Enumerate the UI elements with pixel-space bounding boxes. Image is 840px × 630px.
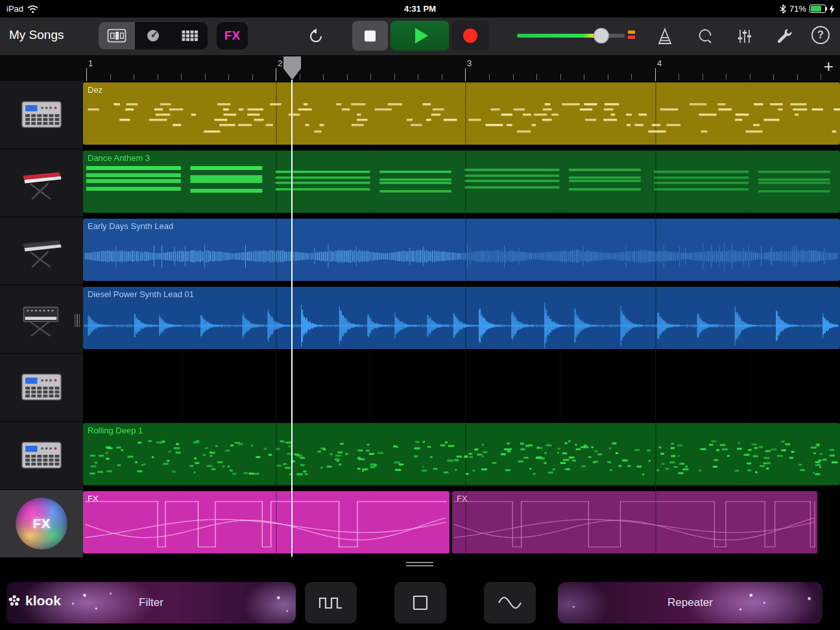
timeline-ruler[interactable]: 1 2 3 4 + (0, 55, 840, 81)
tracks-view-icon (107, 29, 126, 43)
grid-icon (180, 29, 199, 43)
track-header-drums-1[interactable] (0, 81, 83, 149)
track-lane: Rolling Deep 1 (83, 422, 840, 490)
region-label: Early Days Synth Lead (88, 221, 173, 231)
drum-machine-icon (18, 97, 65, 132)
fx-ball-label: FX (33, 516, 51, 531)
master-volume-knob[interactable] (594, 28, 609, 43)
bar-line (276, 68, 276, 81)
track-header-fx[interactable]: FX (0, 490, 83, 558)
help-button[interactable]: ? (811, 26, 830, 44)
knob-view-button[interactable] (135, 22, 171, 49)
track-drag-grip[interactable] (75, 314, 80, 327)
clock: 4:31 PM (0, 0, 840, 18)
region-dez[interactable]: Dez (83, 82, 840, 145)
add-bars-button[interactable]: + (824, 56, 834, 77)
level-meter (628, 30, 635, 42)
drum-machine-icon (18, 438, 65, 473)
wrench-icon (775, 27, 793, 45)
metronome-button[interactable] (654, 25, 676, 47)
square-icon (412, 594, 429, 611)
settings-button[interactable] (773, 25, 795, 47)
region-fx-1[interactable]: FX (83, 491, 450, 553)
track-header-synth[interactable] (0, 285, 83, 354)
my-songs-button[interactable]: My Songs (9, 28, 64, 42)
synth-icon (18, 302, 66, 337)
loop-icon (696, 27, 714, 45)
region-label: Dez (88, 85, 102, 95)
stop-button[interactable] (352, 21, 388, 51)
track-lane: Early Days Synth Lead (83, 217, 840, 285)
track-header-keys-dark[interactable] (0, 217, 83, 285)
track-lane: Dance Anthem 3 (83, 149, 840, 217)
sine-wave-button[interactable] (484, 582, 536, 624)
track-row: Early Days Synth Lead (0, 217, 840, 285)
region-notes-canvas (83, 423, 840, 485)
fx-button[interactable]: FX (217, 22, 248, 49)
panel-grab-handle[interactable] (406, 562, 433, 566)
record-icon (463, 29, 477, 43)
track-row: Dez (0, 81, 840, 149)
bar-number: 2 (278, 58, 282, 68)
bar-line (655, 68, 656, 81)
play-button[interactable] (390, 21, 449, 51)
watermark-flower-icon (8, 594, 21, 607)
bar-line (86, 68, 87, 81)
track-header-keys-red[interactable] (0, 149, 83, 217)
track-row: Dance Anthem 3 (0, 149, 840, 217)
bluetooth-icon (780, 5, 786, 14)
bar-number: 3 (467, 58, 472, 68)
region-label: FX (88, 494, 99, 503)
undo-icon (307, 27, 325, 45)
stop-icon (365, 30, 376, 42)
playhead-line[interactable] (291, 80, 293, 557)
drum-machine-icon (18, 370, 65, 405)
track-header-drums-2[interactable] (0, 354, 83, 422)
region-label: Diesel Power Synth Lead 01 (88, 289, 194, 299)
pulse-wave-icon (318, 594, 344, 611)
tracks-area: Dez Dance Anthem 3 Early D (0, 81, 840, 558)
view-switcher (99, 22, 208, 49)
region-automation-canvas (452, 491, 817, 553)
red-keyboard-icon (18, 165, 66, 201)
region-diesel-power[interactable]: Diesel Power Synth Lead 01 (83, 287, 840, 349)
region-notes-canvas (83, 151, 840, 213)
track-header-drums-3[interactable] (0, 422, 83, 490)
sine-wave-icon (497, 594, 523, 611)
region-early-days[interactable]: Early Days Synth Lead (83, 219, 840, 281)
region-waveform-canvas (83, 287, 840, 349)
track-row: Diesel Power Synth Lead 01 (0, 285, 840, 354)
charging-bolt-icon (829, 5, 835, 14)
repeater-pad-label: Repeater (667, 596, 713, 609)
dark-keyboard-icon (18, 234, 66, 269)
region-label: Rolling Deep 1 (88, 426, 143, 435)
region-fx-2[interactable]: FX (452, 491, 817, 553)
fx-ball-icon: FX (16, 498, 67, 550)
fx-panel: Filter Repeater (0, 558, 840, 630)
live-loops-grid-button[interactable] (171, 22, 208, 49)
mixer-sliders-icon (736, 27, 754, 45)
track-lane: Dez (83, 81, 840, 149)
toolbar: My Songs (0, 18, 840, 56)
gate-button[interactable] (394, 582, 446, 624)
repeater-pad[interactable]: Repeater (558, 582, 822, 624)
garageband-app: iPad 4:31 PM 71% My Songs (0, 0, 840, 630)
ruler-ticks (86, 74, 840, 80)
region-waveform-canvas (83, 219, 840, 281)
bar-line (465, 68, 466, 81)
pulse-wave-button[interactable] (305, 582, 357, 624)
filter-pad-label: Filter (139, 596, 163, 609)
region-dance-anthem[interactable]: Dance Anthem 3 (83, 151, 840, 213)
undo-button[interactable] (306, 27, 326, 46)
track-row-fx: FX FX FX (0, 490, 840, 558)
track-row (0, 354, 840, 422)
region-label: FX (457, 494, 468, 503)
bar-number: 1 (88, 58, 93, 68)
mixer-button[interactable] (734, 25, 756, 47)
tracks-view-button[interactable] (99, 22, 135, 49)
loop-browser-button[interactable] (694, 25, 716, 47)
help-label: ? (817, 29, 824, 41)
knob-icon (145, 28, 161, 43)
record-button[interactable] (451, 21, 489, 51)
region-rolling-deep[interactable]: Rolling Deep 1 (83, 423, 840, 485)
